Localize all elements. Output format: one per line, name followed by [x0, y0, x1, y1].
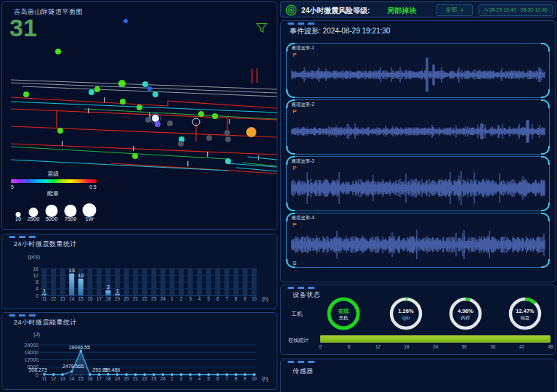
point-value-label: 59.486 [105, 367, 121, 372]
y-tick-label: 0 [36, 293, 38, 298]
line-point [116, 373, 119, 376]
seismic-event-point[interactable] [155, 121, 160, 127]
time-range-start: 08-29 10:40 [489, 7, 516, 12]
seismic-event-point[interactable] [212, 113, 218, 119]
seismic-event-point[interactable] [206, 135, 212, 141]
waveform-box-1[interactable]: 通道波形-1P [286, 43, 550, 98]
seismic-event-point[interactable] [55, 49, 61, 54]
gauge-value: 在线 [338, 308, 350, 314]
energy-legend-value: 2500 [28, 216, 40, 222]
magnitude-scale-max: 0.5 [89, 184, 97, 189]
seismic-event-point[interactable] [167, 121, 173, 126]
online-axis-tick: 24 [433, 344, 438, 349]
seismic-event-point[interactable] [137, 105, 142, 110]
filter-funnel-icon[interactable] [256, 23, 268, 33]
seismic-event-point[interactable] [89, 89, 94, 95]
map-line [11, 160, 227, 171]
x-tick-label: 8 [235, 376, 237, 381]
risk-level-value: 局部掉块 [387, 6, 416, 16]
seismic-event-point[interactable] [153, 91, 158, 97]
x-tick-label: 10 [251, 296, 257, 301]
line-point [134, 373, 137, 376]
waveform-trace [291, 110, 545, 150]
event-waveform-panel: 事件波形: 2024-08-29 19:21:30 ✎ 通道波形-1P通道波形-… [280, 20, 556, 282]
count-bar-track [124, 269, 129, 295]
count-bar-track [252, 269, 257, 295]
y-axis-unit: (pcs) [28, 253, 40, 260]
online-axis: 0612182430364248 [281, 344, 556, 351]
time-range-picker[interactable]: ◷08-29 10:4008-30 10:40 [479, 4, 553, 16]
waveform-box-3[interactable]: 通道波形-3P [286, 156, 550, 211]
magnitude-gradient-bar [11, 179, 97, 183]
online-axis-tick: 48 [548, 344, 553, 349]
gauge-label: 主机 [339, 315, 349, 320]
seismic-event-point[interactable] [178, 141, 184, 147]
line-point [153, 373, 155, 376]
y-tick-label: 24000 [25, 343, 39, 348]
waveform-box-4[interactable]: 通道波形-4PS [286, 213, 550, 268]
filter-dropdown[interactable]: 全部∨ [436, 4, 473, 16]
x-tick-label: 13 [60, 296, 66, 301]
y-tick-label: 8 [36, 279, 38, 285]
line-point [216, 373, 219, 376]
map-chainage-mark [207, 152, 208, 157]
x-tick-label: 2 [180, 376, 183, 381]
map-chainage-mark [104, 97, 105, 102]
point-value-label: 308.273 [28, 367, 46, 372]
map-chainage-mark [133, 146, 134, 151]
line-point [225, 373, 228, 376]
seismic-event-point[interactable] [246, 127, 256, 137]
x-tick-label: 18 [105, 296, 111, 301]
x-tick-label: 22 [142, 296, 148, 301]
online-axis-tick: 12 [375, 344, 381, 349]
seismic-event-point[interactable] [57, 128, 63, 134]
risk-header-title: 24小时微震风险等级: [301, 6, 370, 16]
magnitude-legend-label: 震级 [31, 170, 75, 178]
waveform-trace [291, 53, 545, 94]
gauge-label: 内存 [461, 315, 471, 320]
time-range-end: 08-30 10:40 [521, 7, 548, 12]
seismic-event-point[interactable] [225, 136, 231, 142]
seismic-event-point[interactable] [123, 19, 128, 23]
waveform-trace [291, 166, 545, 207]
line-point [198, 373, 201, 376]
count-bar-track [206, 269, 211, 295]
seismic-event-point[interactable] [198, 111, 204, 117]
x-tick-label: 11 [42, 296, 47, 301]
x-tick-label: 6 [216, 296, 219, 301]
seismic-event-point[interactable] [132, 153, 138, 159]
bar-value-label: 13 [69, 267, 75, 274]
count-bar-track [233, 269, 238, 295]
dashboard-root: 吉岛唐山际隧道平面图 31 震级 5 0.5 能量 10250050007500… [0, 0, 557, 392]
seismic-event-point[interactable] [152, 115, 159, 122]
bar-value-label: 1 [43, 287, 46, 294]
x-tick-label: 16 [87, 376, 93, 381]
map-line [84, 109, 277, 119]
line-point [61, 373, 64, 376]
count-bar [78, 279, 84, 295]
x-axis-unit: (h) [262, 296, 269, 302]
seismic-event-point[interactable] [225, 158, 231, 164]
x-tick-label: 3 [189, 296, 192, 301]
x-tick-label: 6 [216, 376, 219, 381]
filter-dropdown-value: 全部 [445, 7, 457, 13]
seismic-event-point[interactable] [142, 81, 148, 87]
x-tick-label: 15 [78, 296, 84, 301]
x-tick-label: 20 [123, 296, 129, 301]
seismic-event-point[interactable] [224, 130, 230, 136]
x-tick-label: 13 [60, 376, 66, 381]
seismic-event-point[interactable] [94, 86, 100, 92]
count-chart-title: 24小时微震数量统计 [14, 240, 77, 249]
gauge-value: 12.47% [516, 308, 534, 314]
seismic-event-point[interactable] [120, 99, 126, 105]
waveform-box-2[interactable]: 通道波形-2P [286, 99, 550, 155]
seismic-event-point[interactable] [147, 86, 152, 91]
x-tick-label: 14 [69, 296, 75, 301]
waveform-channel-label: 通道波形-4 [291, 215, 314, 221]
count-bar-track [215, 269, 220, 295]
map-line [248, 157, 277, 160]
line-point [161, 373, 164, 376]
seismic-event-point[interactable] [23, 91, 29, 97]
seismic-event-point[interactable] [118, 80, 126, 87]
gauge-磁盘: 12.47%磁盘 [507, 295, 543, 332]
